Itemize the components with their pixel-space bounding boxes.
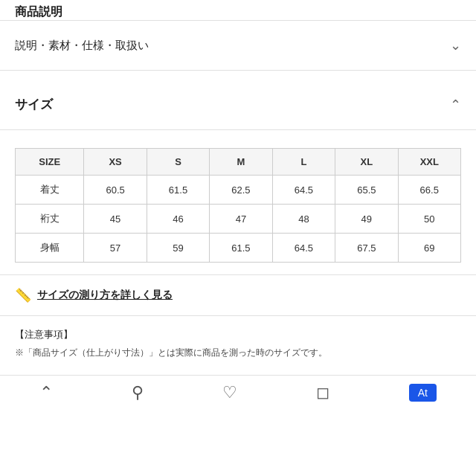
cell-value: 62.5 (210, 176, 272, 205)
col-size: SIZE (16, 149, 84, 176)
cell-value: 50 (398, 205, 460, 234)
notes-section: 【注意事項】 ※「商品サイズ（仕上がり寸法）」とは実際に商品を測った時のサイズで… (0, 316, 476, 375)
table-row: 着丈60.561.562.564.565.566.5 (16, 176, 461, 205)
search-icon[interactable]: ⚲ (132, 383, 144, 402)
size-table: SIZE XS S M L XL XXL 着丈60.561.562.564.56… (15, 148, 461, 263)
ruler-icon: 📏 (15, 287, 31, 303)
row-label: 着丈 (16, 176, 84, 205)
table-header-row: SIZE XS S M L XL XXL (16, 149, 461, 176)
cell-value: 61.5 (147, 176, 209, 205)
cart-icon[interactable]: ◻ (316, 383, 329, 402)
row-label: 裄丈 (16, 205, 84, 234)
page-container: 商品説明 説明・素材・仕様・取扱い ⌄ サイズ ⌃ SIZE XS S M L … (0, 0, 476, 408)
size-guide-text[interactable]: サイズの測り方を詳しく見る (37, 289, 173, 302)
table-row: 身幅575961.564.567.569 (16, 234, 461, 263)
cell-value: 59 (147, 234, 209, 263)
cell-value: 47 (210, 205, 272, 234)
size-table-container: SIZE XS S M L XL XXL 着丈60.561.562.564.56… (0, 136, 476, 275)
home-icon[interactable]: ⌃ (39, 383, 53, 402)
cell-value: 61.5 (210, 234, 272, 263)
description-section-header[interactable]: 説明・素材・仕様・取扱い ⌄ (0, 20, 476, 71)
cell-value: 66.5 (398, 176, 460, 205)
chevron-down-icon: ⌄ (450, 37, 461, 54)
cell-value: 65.5 (335, 176, 398, 205)
size-section-title: サイズ (15, 96, 53, 113)
cell-value: 49 (335, 205, 398, 234)
user-icon[interactable]: At (409, 384, 437, 402)
col-l: L (272, 149, 335, 176)
bottom-nav: ⌃ ⚲ ♡ ◻ At (0, 375, 476, 408)
notes-title: 【注意事項】 (15, 328, 461, 341)
cell-value: 48 (272, 205, 335, 234)
cell-value: 64.5 (272, 176, 335, 205)
row-label: 身幅 (16, 234, 84, 263)
col-xxl: XXL (398, 149, 460, 176)
description-section-title: 説明・素材・仕様・取扱い (15, 39, 149, 53)
size-guide-link[interactable]: 📏 サイズの測り方を詳しく見る (0, 275, 476, 316)
cell-value: 64.5 (272, 234, 335, 263)
notes-text: ※「商品サイズ（仕上がり寸法）」とは実際に商品を測った時のサイズです。 (15, 346, 461, 360)
col-m: M (210, 149, 272, 176)
col-xs: XS (84, 149, 147, 176)
size-section-header[interactable]: サイズ ⌃ (0, 80, 476, 130)
cell-value: 69 (398, 234, 460, 263)
cell-value: 45 (84, 205, 147, 234)
heart-icon[interactable]: ♡ (222, 383, 237, 402)
col-s: S (147, 149, 209, 176)
cell-value: 46 (147, 205, 209, 234)
top-partial: 商品説明 (0, 0, 476, 20)
cell-value: 60.5 (84, 176, 147, 205)
cell-value: 67.5 (335, 234, 398, 263)
top-partial-title: 商品説明 (15, 5, 62, 18)
table-row: 裄丈454647484950 (16, 205, 461, 234)
chevron-up-icon: ⌃ (450, 97, 461, 113)
cell-value: 57 (84, 234, 147, 263)
col-xl: XL (335, 149, 398, 176)
